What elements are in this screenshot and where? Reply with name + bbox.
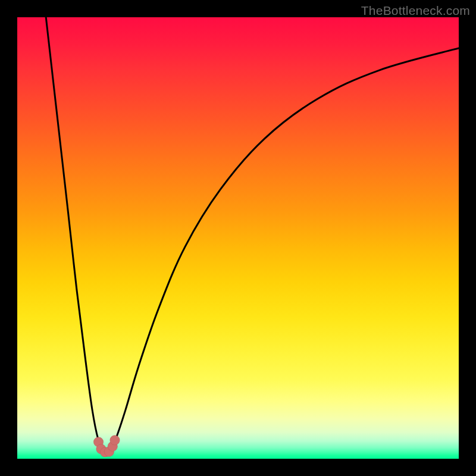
chart-frame: TheBottleneck.com (0, 0, 476, 476)
curve-right-branch (111, 48, 459, 448)
curve-layer (17, 17, 459, 459)
data-marker-5 (110, 436, 120, 445)
curve-left-branch (46, 17, 102, 447)
watermark-text: TheBottleneck.com (361, 4, 470, 18)
plot-area (17, 17, 459, 459)
